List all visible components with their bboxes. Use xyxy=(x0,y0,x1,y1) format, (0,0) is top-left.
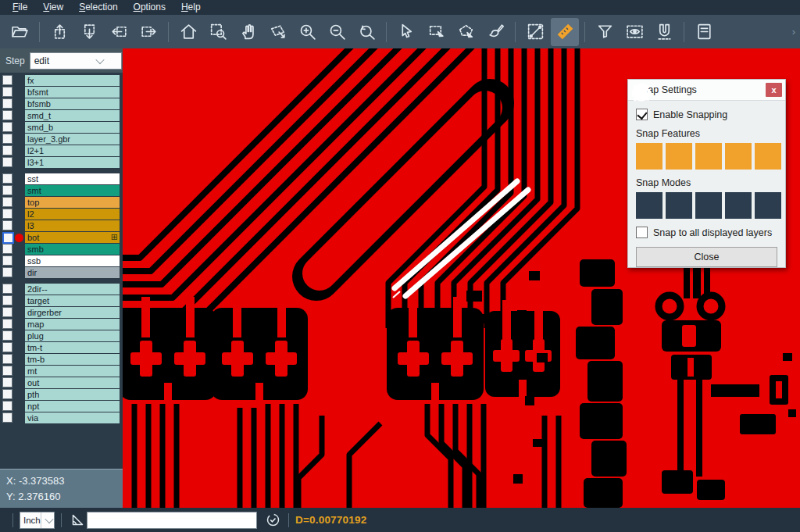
layer-name[interactable]: smb xyxy=(25,244,120,255)
layer-name[interactable]: npt xyxy=(25,401,120,412)
layer-visibility-checkbox[interactable] xyxy=(2,284,12,294)
layer-visibility-checkbox[interactable] xyxy=(2,87,12,97)
layer-row-smt[interactable]: smt xyxy=(0,185,123,196)
layer-name[interactable]: l3+1 xyxy=(25,157,120,168)
tool-zoom-out-button[interactable] xyxy=(323,18,351,46)
tool-pan-left-button[interactable] xyxy=(105,18,133,46)
menu-file[interactable]: File xyxy=(5,0,35,15)
layer-row-via[interactable]: via xyxy=(0,412,123,423)
layer-visibility-checkbox[interactable] xyxy=(2,401,12,411)
snap-vertex-button[interactable] xyxy=(755,192,781,219)
layer-visibility-checkbox[interactable] xyxy=(2,307,12,317)
menu-selection[interactable]: Selection xyxy=(71,0,125,15)
menu-help[interactable]: Help xyxy=(173,0,209,15)
snap-feature-button[interactable] xyxy=(725,192,752,219)
snap-surface-button[interactable] xyxy=(695,143,722,170)
tool-measure-distance-button[interactable] xyxy=(521,18,549,46)
layer-row-bfsmb[interactable]: bfsmb xyxy=(0,98,123,109)
apply-check-icon[interactable] xyxy=(263,511,282,530)
tool-home-view-button[interactable] xyxy=(174,18,202,46)
layer-name[interactable]: 2dir-- xyxy=(25,284,120,295)
layer-grid-icon[interactable]: ⊞ xyxy=(111,232,118,242)
layer-visibility-checkbox[interactable] xyxy=(2,220,12,230)
layer-name[interactable]: fx xyxy=(25,75,120,86)
layer-name[interactable]: smt xyxy=(25,185,120,196)
layer-row-2dir--[interactable]: 2dir-- xyxy=(0,284,123,295)
layer-row-map[interactable]: map xyxy=(0,319,123,330)
snap-all-layers-checkbox[interactable] xyxy=(636,227,648,238)
layer-visibility-checkbox[interactable] xyxy=(2,75,12,85)
snap-midpoint-button[interactable] xyxy=(666,192,692,219)
layer-visibility-checkbox[interactable] xyxy=(2,255,12,266)
layer-name[interactable]: l2 xyxy=(25,209,120,220)
tool-pan-hand-button[interactable] xyxy=(234,18,262,46)
layer-name[interactable]: map xyxy=(25,319,120,330)
layer-row-mt[interactable]: mt xyxy=(0,366,123,377)
layer-visibility-checkbox[interactable] xyxy=(2,110,12,120)
tool-filter-funnel-button[interactable] xyxy=(591,18,619,46)
tool-snap-magnet-button[interactable] xyxy=(650,18,678,46)
menu-options[interactable]: Options xyxy=(126,0,173,15)
layer-name[interactable]: l3 xyxy=(25,220,120,231)
menu-view[interactable]: View xyxy=(35,0,71,15)
layer-row-smb[interactable]: smb xyxy=(0,244,123,255)
layer-row-smd_b[interactable]: smd_b xyxy=(0,122,123,133)
layer-visibility-checkbox[interactable] xyxy=(2,412,12,423)
layer-row-l3[interactable]: l3 xyxy=(0,220,123,231)
layer-row-top[interactable]: top xyxy=(0,197,123,208)
layer-row-bfsmt[interactable]: bfsmt xyxy=(0,87,123,98)
layer-visibility-checkbox[interactable] xyxy=(2,330,12,341)
tool-zoom-selected-button[interactable] xyxy=(263,18,291,46)
layer-visibility-checkbox[interactable] xyxy=(2,157,12,167)
layer-visibility-checkbox[interactable] xyxy=(2,295,12,305)
layer-row-l2[interactable]: l2 xyxy=(0,209,123,220)
tool-clear-selection-brush-button[interactable] xyxy=(481,18,509,46)
layer-row-smd_t[interactable]: smd_t xyxy=(0,110,123,121)
close-icon[interactable]: x xyxy=(766,83,782,97)
layer-visibility-checkbox[interactable] xyxy=(2,389,12,399)
layer-name[interactable]: tm-b xyxy=(25,354,120,365)
tool-highlight-eye-button[interactable] xyxy=(620,18,648,46)
layer-row-pth[interactable]: pth xyxy=(0,389,123,400)
layer-visibility-checkbox[interactable] xyxy=(2,197,12,207)
layer-row-target[interactable]: target xyxy=(0,295,123,306)
layer-row-ssb[interactable]: ssb xyxy=(0,255,123,266)
layer-name[interactable]: dir xyxy=(25,267,120,278)
layer-name[interactable]: l2+1 xyxy=(25,145,120,156)
tool-select-rectangle-button[interactable] xyxy=(422,18,450,46)
layer-name[interactable]: target xyxy=(25,295,120,306)
command-input[interactable] xyxy=(87,512,257,529)
layer-visibility-checkbox[interactable] xyxy=(2,122,12,132)
layer-visibility-checkbox[interactable] xyxy=(2,98,12,109)
layer-visibility-checkbox[interactable] xyxy=(2,342,12,352)
close-button[interactable]: Close xyxy=(636,247,777,267)
snap-arc-button[interactable] xyxy=(725,143,752,170)
layer-name[interactable]: dirgerber xyxy=(25,307,120,318)
layer-name[interactable]: out xyxy=(25,377,120,388)
layer-visibility-checkbox[interactable] xyxy=(2,145,12,155)
layer-name[interactable]: layer_3.gbr xyxy=(25,134,120,145)
tool-pan-right-button[interactable] xyxy=(134,18,162,46)
layer-name[interactable]: bot⊞ xyxy=(25,232,120,243)
layer-name[interactable]: pth xyxy=(25,389,120,400)
snap-text-button[interactable] xyxy=(755,143,781,170)
layer-row-l3+1[interactable]: l3+1 xyxy=(0,157,123,168)
layer-name[interactable]: sst xyxy=(25,173,120,184)
layer-row-dirgerber[interactable]: dirgerber xyxy=(0,307,123,318)
tool-zoom-in-button[interactable] xyxy=(293,18,321,46)
layer-visibility-checkbox[interactable] xyxy=(2,209,12,219)
layer-name[interactable]: bfsmt xyxy=(25,87,120,98)
tool-pan-up-button[interactable] xyxy=(45,18,73,46)
layer-visibility-checkbox[interactable] xyxy=(2,377,12,387)
layer-visibility-checkbox[interactable] xyxy=(2,185,12,195)
layer-row-sst[interactable]: sst xyxy=(0,173,123,184)
layer-row-bot[interactable]: bot⊞ xyxy=(0,232,123,243)
layer-name[interactable]: plug xyxy=(25,330,120,341)
layer-row-npt[interactable]: npt xyxy=(0,401,123,412)
layer-visibility-checkbox[interactable] xyxy=(2,232,14,244)
layer-visibility-checkbox[interactable] xyxy=(2,366,12,376)
layer-visibility-checkbox[interactable] xyxy=(2,319,12,329)
layer-row-tm-t[interactable]: tm-t xyxy=(0,342,123,353)
layer-row-layer_3.gbr[interactable]: layer_3.gbr xyxy=(0,134,123,145)
tool-zoom-previous-button[interactable] xyxy=(352,18,380,46)
